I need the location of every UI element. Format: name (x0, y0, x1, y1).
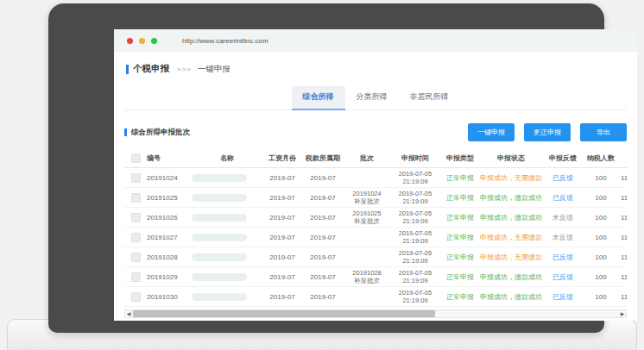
cell-clipped-column: 11 (618, 234, 627, 241)
header-batch: 批次 (344, 153, 390, 163)
cell-feedback: 已反馈 (542, 292, 584, 302)
cell-taxpayer-count: 100 (584, 234, 618, 241)
cell-declare-time: 2019-07-05 21:19:09 (390, 170, 440, 185)
name-placeholder (192, 293, 247, 301)
cell-declare-status: 申报成功，缴款成功 (480, 292, 542, 302)
cell-name (192, 253, 262, 260)
tab-comprehensive-income[interactable]: 综合所得 (292, 86, 345, 110)
correct-declare-button[interactable]: 更正申报 (524, 123, 571, 141)
cell-declare-type: 正常申报 (440, 272, 480, 282)
scrollbar-thumb[interactable] (133, 310, 435, 317)
cell-batch: 20191028 补发批次 (344, 269, 390, 284)
table-row: 20191027 2019-07 2019-07 2019-07-05 21:1… (124, 228, 627, 247)
cell-salary-month: 2019-07 (262, 253, 302, 261)
cell-declare-time: 2019-07-05 21:19:09 (390, 229, 440, 245)
income-type-tabs: 综合所得 分类所得 非居民所得 (124, 86, 627, 110)
cell-batch-id: 20191027 (147, 234, 192, 241)
close-window-icon[interactable] (127, 38, 133, 44)
laptop-screen: http://www.careerintlinc.com 个税申报 >>> 一键… (48, 3, 604, 333)
cell-clipped-column: 11 (618, 273, 627, 281)
panel-title: 综合所得申报批次 (131, 128, 190, 138)
cell-taxpayer-count: 100 (584, 214, 618, 222)
header-taxpayer-count: 纳税人数 (584, 153, 618, 163)
cell-feedback: 已反馈 (542, 272, 584, 282)
address-bar[interactable]: http://www.careerintlinc.com (182, 37, 268, 45)
tab-nonresident-income[interactable]: 非居民所得 (399, 86, 460, 109)
cell-batch-id: 20191024 (147, 174, 192, 182)
cell-name (192, 272, 262, 280)
cell-feedback: 未反馈 (542, 213, 584, 222)
browser-chrome: http://www.careerintlinc.com (114, 29, 637, 52)
cell-taxpayer-count: 100 (584, 253, 618, 261)
row-checkbox[interactable] (131, 233, 141, 242)
cell-declare-type: 正常申报 (440, 233, 480, 242)
breadcrumb-separator: >>> (177, 66, 192, 73)
table-row: 20191028 2019-07 2019-07 2019-07-05 21:1… (124, 247, 627, 267)
cell-taxpayer-count: 100 (584, 194, 618, 202)
cell-salary-month: 2019-07 (262, 194, 302, 202)
cell-declare-type: 正常申报 (440, 193, 480, 203)
breadcrumb: 个税申报 >>> 一键申报 (114, 52, 637, 75)
cell-clipped-column: 11 (618, 214, 627, 222)
cell-name (192, 292, 262, 300)
header-id: 编号 (147, 153, 192, 163)
cell-feedback: 未反馈 (542, 233, 584, 242)
row-checkbox[interactable] (131, 253, 141, 262)
cell-taxpayer-count: 100 (584, 293, 618, 301)
cell-declare-time: 2019-07-05 21:19:09 (390, 249, 440, 265)
cell-clipped-column: 11 (618, 174, 627, 182)
cell-batch-id: 20191028 (147, 253, 192, 261)
cell-batch: 20191025 补发批次 (344, 209, 390, 225)
cell-declare-time: 2019-07-05 21:19:09 (390, 190, 440, 205)
cell-clipped-column: 11 (618, 194, 627, 202)
table-row: 20191026 2019-07 2019-07 20191025 补发批次 2… (124, 208, 627, 228)
cell-declare-type: 正常申报 (440, 292, 480, 302)
one-click-declare-button[interactable]: 一键申报 (468, 123, 515, 141)
row-checkbox[interactable] (131, 213, 141, 222)
minimize-window-icon[interactable] (139, 38, 145, 44)
scrollbar-track[interactable] (132, 310, 619, 317)
table-row: 20191029 2019-07 2019-07 20191028 补发批次 2… (124, 267, 627, 287)
laptop-mockup: http://www.careerintlinc.com 个税申报 >>> 一键… (0, 0, 644, 350)
header-salary-month: 工资月份 (262, 153, 302, 163)
table-header-row: 编号 名称 工资月份 税款所属期 批次 申报时间 申报类型 申报状态 申报反馈 … (124, 149, 627, 168)
page-title: 个税申报 (133, 63, 169, 75)
accent-bar-icon (124, 128, 127, 136)
cell-clipped-column: 11 (618, 253, 627, 261)
cell-declare-status: 申报成功，缴款成功 (480, 193, 542, 203)
name-placeholder (192, 214, 247, 222)
horizontal-scrollbar[interactable]: ◀ ▶ (124, 309, 627, 318)
header-tax-period: 税款所属期 (302, 153, 344, 163)
scroll-left-icon[interactable]: ◀ (125, 310, 132, 317)
cell-declare-type: 正常申报 (440, 253, 480, 262)
cell-tax-period: 2019-07 (302, 234, 344, 241)
row-checkbox[interactable] (131, 173, 141, 183)
row-checkbox[interactable] (131, 292, 141, 302)
header-declare-time: 申报时间 (390, 153, 440, 163)
cell-tax-period: 2019-07 (302, 194, 344, 202)
cell-declare-type: 正常申报 (440, 213, 480, 222)
cell-declare-time: 2019-07-05 21:19:09 (390, 209, 440, 225)
cell-declare-time: 2019-07-05 21:19:09 (390, 269, 440, 284)
accent-bar-icon (126, 65, 129, 74)
select-all-checkbox[interactable] (131, 153, 141, 163)
tab-classified-income[interactable]: 分类所得 (345, 86, 399, 109)
scroll-right-icon[interactable]: ▶ (619, 310, 626, 317)
cell-name (192, 213, 262, 221)
cell-declare-status: 申报成功，无需缴款 (480, 233, 542, 242)
browser-window: http://www.careerintlinc.com 个税申报 >>> 一键… (114, 29, 637, 321)
cell-batch-id: 20191026 (147, 214, 192, 222)
breadcrumb-current: 一键申报 (198, 64, 230, 75)
cell-salary-month: 2019-07 (262, 234, 302, 241)
cell-taxpayer-count: 100 (584, 273, 618, 281)
row-checkbox[interactable] (131, 193, 141, 203)
maximize-window-icon[interactable] (151, 38, 157, 44)
cell-name (192, 233, 262, 241)
cell-clipped-column: 11 (618, 293, 627, 301)
header-name: 名称 (192, 153, 262, 163)
row-checkbox[interactable] (131, 272, 141, 282)
cell-salary-month: 2019-07 (262, 293, 302, 301)
cell-feedback: 已反馈 (542, 193, 584, 203)
table-row: 20191030 2019-07 2019-07 2019-07-05 21:1… (124, 287, 627, 307)
export-button[interactable]: 导出 (580, 123, 627, 141)
